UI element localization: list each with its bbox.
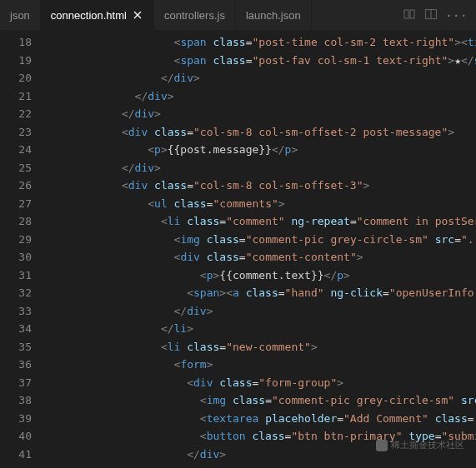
code-line[interactable]: </div>: [43, 105, 476, 123]
code-line[interactable]: <div class="form-group">: [43, 374, 476, 392]
editor[interactable]: 1819202122232425262728293031323334353637…: [0, 30, 476, 468]
tab-json[interactable]: json: [0, 0, 41, 30]
svg-rect-2: [404, 10, 408, 18]
line-number: 40: [0, 427, 32, 446]
tab-connection-html[interactable]: connection.html: [41, 0, 154, 30]
code-line[interactable]: <img class="comment-pic grey-circle-sm" …: [43, 231, 476, 249]
line-number: 38: [0, 391, 32, 410]
tab-label: launch.json: [246, 9, 301, 22]
line-number: 36: [0, 356, 32, 374]
line-number: 35: [0, 338, 32, 356]
code-line[interactable]: </div>: [43, 302, 476, 321]
tab-bar: jsonconnection.htmlcontrollers.jslaunch.…: [0, 0, 476, 30]
svg-rect-3: [410, 10, 414, 18]
code-line[interactable]: <span><a class="hand" ng-click="openUser…: [43, 284, 476, 302]
editor-actions: ···: [394, 0, 476, 30]
code-line[interactable]: <ul class="comments">: [43, 195, 476, 213]
code-line[interactable]: <li class="new-comment">: [43, 338, 476, 356]
watermark-text: 稀土掘金技术社区: [391, 439, 464, 451]
line-number: 39: [0, 410, 32, 428]
more-icon[interactable]: ···: [446, 9, 468, 22]
line-number: 29: [0, 231, 32, 249]
line-number: 28: [0, 212, 32, 231]
code-line[interactable]: <p>{{post.message}}</p>: [43, 141, 476, 159]
line-number: 31: [0, 266, 32, 285]
tab-label: connection.html: [51, 9, 127, 22]
line-number: 19: [0, 52, 32, 70]
code-line[interactable]: <div class="comment-content">: [43, 248, 476, 266]
code-line[interactable]: <div class="col-sm-8 col-sm-offset-3">: [43, 177, 476, 195]
code-line[interactable]: <p>{{comment.text}}</p>: [43, 266, 476, 285]
line-number: 20: [0, 69, 32, 87]
code-line[interactable]: <form>: [43, 356, 476, 374]
code-line[interactable]: </div>: [43, 87, 476, 106]
line-number: 26: [0, 177, 32, 195]
compare-icon[interactable]: [403, 7, 416, 23]
line-number: 23: [0, 123, 32, 142]
tab-label: controllers.js: [164, 9, 225, 22]
line-number: 34: [0, 320, 32, 338]
split-icon[interactable]: [424, 7, 438, 23]
code-line[interactable]: <span class="post-fav col-sm-1 text-righ…: [43, 52, 476, 70]
watermark: 稀土掘金技术社区: [376, 439, 464, 451]
tab-controllers-js[interactable]: controllers.js: [154, 0, 236, 30]
code-line[interactable]: </div>: [43, 159, 476, 177]
code-line[interactable]: <img class="comment-pic grey-circle-sm" …: [43, 391, 476, 410]
tab-launch-json[interactable]: launch.json: [236, 0, 312, 30]
code-line[interactable]: <li class="comment" ng-repeat="comment i…: [43, 212, 476, 231]
code-line[interactable]: </div>: [43, 69, 476, 87]
line-number: 41: [0, 446, 32, 464]
line-number: 30: [0, 248, 32, 266]
code-line[interactable]: <span class="post-time col-sm-2 text-rig…: [43, 33, 476, 52]
line-number: 18: [0, 33, 32, 52]
code-area[interactable]: <span class="post-time col-sm-2 text-rig…: [43, 30, 476, 468]
line-number: 24: [0, 141, 32, 159]
tab-label: json: [10, 9, 30, 22]
line-number: 22: [0, 105, 32, 123]
line-number: 37: [0, 374, 32, 392]
close-icon[interactable]: [132, 9, 143, 21]
line-number: 33: [0, 302, 32, 321]
watermark-icon: [376, 440, 388, 451]
line-number: 25: [0, 159, 32, 177]
code-line[interactable]: <div class="col-sm-8 col-sm-offset-2 pos…: [43, 123, 476, 142]
code-line[interactable]: <textarea placeholder="Add Comment" clas…: [43, 410, 476, 428]
line-gutter: 1819202122232425262728293031323334353637…: [0, 30, 43, 468]
line-number: 32: [0, 284, 32, 302]
code-line[interactable]: </li>: [43, 320, 476, 338]
line-number: 21: [0, 87, 32, 106]
line-number: 27: [0, 195, 32, 213]
